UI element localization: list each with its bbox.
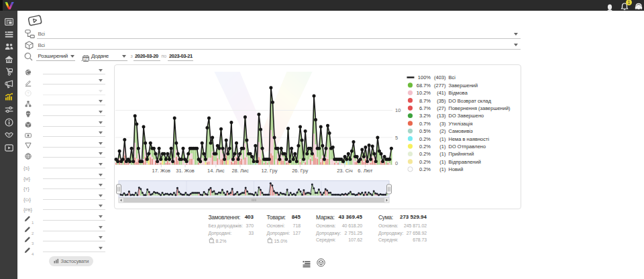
svg-text:0.2%: 0.2%	[419, 144, 431, 150]
svg-text:0.7%: 0.7%	[419, 121, 431, 127]
svg-text:(2): (2)	[439, 128, 446, 134]
svg-text:DO Возврат склад: DO Возврат склад	[449, 98, 492, 104]
svg-text:(1): (1)	[439, 166, 446, 172]
svg-text:(35): (35)	[437, 98, 446, 104]
svg-text:Повернення (завершений): Повернення (завершений)	[449, 105, 511, 111]
svg-text:3.2%: 3.2%	[419, 113, 431, 119]
svg-text:31. Жов: 31. Жов	[176, 168, 195, 174]
svg-text:(277): (277)	[434, 82, 446, 89]
svg-text:6. Лют: 6. Лют	[358, 168, 373, 174]
svg-text:0.5%: 0.5%	[419, 128, 431, 134]
svg-text:(1): (1)	[439, 136, 446, 142]
svg-text:12. Гру: 12. Гру	[262, 168, 278, 174]
svg-text:Відмова: Відмова	[449, 90, 468, 96]
svg-text:Нема в наявності: Нема в наявності	[449, 136, 490, 142]
svg-text:x: x	[213, 241, 214, 243]
svg-text:(1): (1)	[439, 159, 446, 165]
svg-text:Завершений: Завершений	[449, 82, 478, 89]
svg-text:8.7%: 8.7%	[419, 98, 431, 104]
svg-text:28. Лис: 28. Лис	[231, 168, 249, 174]
svg-text:0: 0	[395, 160, 398, 166]
svg-text:6.7%: 6.7%	[419, 105, 431, 111]
svg-text:0.2%: 0.2%	[419, 151, 431, 157]
svg-text:100%: 100%	[418, 74, 431, 80]
svg-text:Утилізація: Утилізація	[449, 121, 473, 127]
svg-text:x: x	[271, 241, 272, 243]
svg-text:26. Гру: 26. Гру	[292, 168, 308, 174]
svg-text:Новий: Новий	[449, 166, 464, 172]
svg-text:DO Завершено: DO Завершено	[449, 113, 484, 119]
svg-text:0.2%: 0.2%	[419, 136, 431, 142]
svg-text:0.2%: 0.2%	[419, 166, 431, 172]
svg-text:DO Отправлено: DO Отправлено	[449, 144, 486, 150]
svg-text:(13): (13)	[437, 113, 446, 119]
svg-text:(41): (41)	[437, 90, 446, 96]
svg-text:0.2%: 0.2%	[419, 159, 431, 165]
svg-text:(403): (403)	[434, 74, 446, 80]
svg-text:14. Лис: 14. Лис	[207, 168, 225, 174]
svg-text:(1): (1)	[439, 144, 446, 150]
svg-text:Самовивіз: Самовивіз	[449, 128, 474, 134]
svg-text:68.7%: 68.7%	[417, 82, 431, 89]
svg-text:23. Січ: 23. Січ	[337, 168, 353, 174]
svg-text:(3): (3)	[439, 121, 446, 127]
svg-text:(1): (1)	[439, 151, 446, 157]
svg-text:17. Жов: 17. Жов	[152, 168, 171, 174]
svg-text:10: 10	[395, 107, 400, 113]
svg-text:5: 5	[395, 135, 398, 141]
svg-text:10.2%: 10.2%	[417, 90, 431, 96]
svg-text:(27): (27)	[437, 105, 446, 111]
svg-text:Всі: Всі	[449, 74, 456, 80]
svg-text:Прийнятий: Прийнятий	[449, 151, 474, 157]
svg-text:Відправлений: Відправлений	[449, 159, 481, 165]
